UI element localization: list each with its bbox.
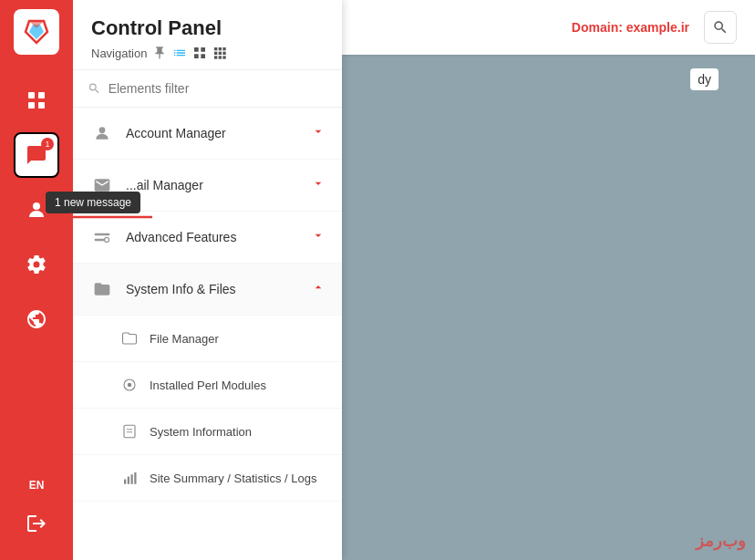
file-manager-icon: [119, 327, 140, 349]
sidebar-icon-settings[interactable]: [14, 242, 59, 287]
message-badge: 1: [41, 138, 54, 150]
main-content: Domain: example.ir dy وب‌رمز: [342, 0, 755, 560]
nav-panel: Control Panel Navigation: [73, 0, 342, 560]
nav-sub-item-perl-modules[interactable]: Installed Perl Modules: [73, 362, 342, 409]
perl-modules-icon: [119, 374, 140, 396]
sidebar-icon-messages[interactable]: 1: [14, 132, 59, 178]
svg-rect-9: [219, 47, 222, 50]
account-manager-chevron: [311, 124, 326, 142]
advanced-features-icon: [89, 224, 115, 250]
ready-text: dy: [690, 68, 719, 90]
domain-label: Domain: example.ir: [572, 20, 689, 35]
svg-rect-8: [214, 47, 217, 50]
svg-rect-14: [214, 56, 217, 58]
breadcrumb-text: Navigation: [91, 47, 147, 60]
sidebar-icon-globe[interactable]: [14, 296, 59, 342]
site-summary-icon: [119, 467, 140, 489]
nav-item-account-manager[interactable]: Account Manager: [73, 108, 342, 160]
nav-items: Account Manager ...ail Manager: [73, 108, 342, 560]
language-label[interactable]: EN: [29, 479, 45, 492]
system-info-label: System Info & Files: [126, 282, 311, 296]
advanced-features-chevron: [311, 228, 326, 246]
notification-tooltip: 1 new message: [46, 192, 140, 213]
svg-rect-28: [131, 474, 133, 484]
nav-sub-item-site-summary[interactable]: Site Summary / Statistics / Logs: [73, 455, 342, 502]
grid-large-icon[interactable]: [212, 46, 227, 60]
account-manager-icon: [89, 120, 115, 146]
watermark: وب‌رمز: [696, 531, 746, 551]
system-info-chevron: [311, 280, 326, 298]
panel-title: Control Panel: [91, 16, 324, 40]
sidebar-icon-apps[interactable]: [14, 78, 59, 123]
svg-rect-27: [128, 477, 129, 484]
system-info-icon: [89, 276, 115, 302]
nav-item-advanced-features[interactable]: Advanced Features: [73, 212, 342, 264]
nav-item-system-info[interactable]: System Info & Files: [73, 264, 342, 316]
svg-rect-18: [95, 233, 110, 236]
file-manager-label: File Manager: [150, 332, 219, 346]
svg-rect-15: [219, 56, 222, 58]
svg-rect-6: [38, 102, 45, 109]
sidebar-icon-exit[interactable]: [14, 501, 59, 546]
svg-rect-19: [95, 239, 106, 242]
nav-sub-item-file-manager[interactable]: File Manager: [73, 316, 342, 362]
svg-point-7: [33, 202, 40, 210]
list-view-icon[interactable]: [172, 46, 187, 60]
nav-header: Control Panel Navigation: [73, 0, 342, 70]
app-container: 1 EN: [0, 0, 755, 560]
email-manager-label: ...ail Manager: [126, 178, 311, 192]
nav-sub-item-system-information[interactable]: System Information: [73, 409, 342, 455]
top-bar: Domain: example.ir: [342, 0, 755, 55]
domain-value: example.ir: [626, 20, 689, 35]
svg-rect-16: [223, 56, 226, 58]
system-information-label: System Information: [150, 425, 252, 439]
advanced-features-label: Advanced Features: [126, 230, 311, 244]
svg-rect-4: [38, 92, 45, 99]
site-summary-label: Site Summary / Statistics / Logs: [150, 472, 317, 485]
email-manager-chevron: [311, 176, 326, 194]
sidebar: 1 EN: [0, 0, 73, 560]
top-search-button[interactable]: [704, 11, 737, 44]
svg-rect-26: [124, 480, 126, 484]
svg-point-17: [99, 127, 106, 133]
perl-modules-label: Installed Perl Modules: [150, 379, 266, 392]
svg-rect-5: [28, 102, 35, 109]
search-bar: [73, 70, 342, 108]
svg-rect-13: [223, 52, 226, 55]
svg-rect-23: [124, 425, 135, 438]
search-icon: [88, 81, 101, 96]
pin-icon[interactable]: [152, 46, 167, 60]
sidebar-bottom: EN: [14, 474, 59, 551]
svg-rect-11: [214, 52, 217, 55]
svg-rect-10: [223, 47, 226, 50]
svg-rect-12: [219, 52, 222, 55]
svg-rect-29: [134, 472, 136, 484]
grid-small-icon[interactable]: [192, 46, 207, 60]
breadcrumb: Navigation: [91, 46, 324, 60]
account-manager-label: Account Manager: [126, 126, 311, 140]
svg-rect-3: [28, 92, 35, 99]
sidebar-logo[interactable]: [14, 9, 59, 55]
svg-point-22: [128, 383, 132, 388]
system-information-icon: [119, 420, 140, 442]
svg-marker-2: [29, 21, 44, 28]
search-input[interactable]: [109, 81, 327, 96]
